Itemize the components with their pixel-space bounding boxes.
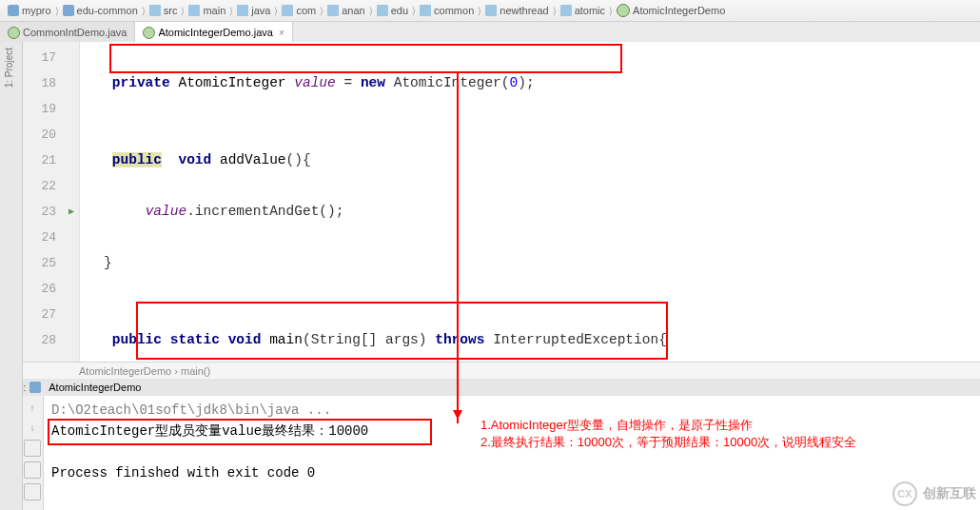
soft-wrap-button[interactable] [24, 440, 41, 457]
close-icon[interactable]: × [279, 28, 284, 38]
code-editor[interactable]: 17 18 19 20 21 22 23 24 25 26 27 28 priv… [22, 42, 980, 362]
line-no: 28 [22, 327, 79, 353]
line-no: 27 [22, 302, 79, 327]
run-toolwindow: ▶ ■ ⧉ ✕ ↑ ↓ D:\O2teach\01soft\jdk8\bin\j… [0, 396, 980, 510]
bc-item-newthread[interactable]: newthread [483, 5, 550, 16]
watermark-text: 创新互联 [923, 485, 976, 502]
class-icon [8, 27, 20, 39]
module-icon [8, 5, 19, 16]
tab-commonintdemo[interactable]: CommonIntDemo.java [0, 22, 135, 43]
run-config-name[interactable]: AtomicIntegerDemo [49, 382, 141, 393]
breadcrumb: mypro edu-common src main java com anan … [0, 0, 980, 22]
run-toolbar-secondary: ↑ ↓ [22, 396, 44, 510]
bc-item-java[interactable]: java [235, 5, 272, 16]
line-no: 20 [22, 122, 79, 147]
annotation-note-1: 1.AtomicInteger型变量，自增操作，是原子性操作 [480, 417, 753, 434]
module-icon [63, 5, 74, 16]
bc-item-com[interactable]: com [280, 5, 318, 16]
run-gutter-icon[interactable]: 23 [22, 199, 79, 225]
folder-icon [420, 5, 431, 16]
bc-item-class[interactable]: AtomicIntegerDemo [615, 4, 727, 17]
bc-item-common[interactable]: common [418, 5, 476, 16]
run-toolwindow-header: Run: AtomicIntegerDemo [0, 379, 980, 397]
bc-item-src[interactable]: src [147, 5, 180, 16]
up-button[interactable]: ↑ [25, 400, 40, 415]
bc-item-atomic[interactable]: atomic [559, 5, 607, 16]
line-no: 25 [22, 250, 79, 276]
folder-icon [237, 5, 248, 16]
watermark-logo-icon: CX [892, 481, 917, 506]
bc-item-mypro[interactable]: mypro [6, 5, 53, 16]
console-line-result: AtomicInteger型成员变量value最终结果：10000 [51, 423, 368, 439]
class-icon [143, 27, 155, 39]
editor-context-breadcrumb: AtomicIntegerDemo › main() [22, 362, 980, 381]
tab-atomicintegerdemo[interactable]: AtomicIntegerDemo.java × [135, 22, 292, 43]
line-no: 17 [22, 45, 79, 70]
bc-item-edu[interactable]: edu [375, 5, 410, 16]
scroll-end-button[interactable] [24, 461, 41, 479]
folder-icon [560, 5, 572, 16]
editor-tabs: CommonIntDemo.java AtomicIntegerDemo.jav… [0, 22, 980, 44]
console-output[interactable]: D:\O2teach\01soft\jdk8\bin\java ... Atom… [44, 396, 980, 510]
line-no: 19 [22, 96, 79, 122]
print-button[interactable] [24, 483, 41, 500]
class-icon [617, 4, 630, 17]
project-tool[interactable]: 1: Project [4, 48, 14, 88]
line-no: 21 [22, 147, 79, 173]
run-config-icon [29, 382, 41, 393]
annotation-note-2: 2.最终执行结果：10000次，等于预期结果：10000次，说明线程安全 [480, 434, 856, 451]
bc-item-main[interactable]: main [186, 5, 227, 16]
console-line-exit: Process finished with exit code 0 [51, 462, 972, 483]
left-tool-strip: 1: Project [0, 42, 23, 510]
line-no: 26 [22, 276, 79, 302]
folder-icon [485, 5, 497, 16]
bc-item-anan[interactable]: anan [325, 5, 366, 16]
folder-icon [282, 5, 293, 16]
code-body[interactable]: private AtomicInteger value = new Atomic… [79, 42, 980, 362]
folder-icon [149, 5, 161, 16]
folder-icon [188, 5, 200, 16]
folder-icon [377, 5, 388, 16]
line-no: 18 [22, 70, 79, 96]
line-gutter: 17 18 19 20 21 22 23 24 25 26 27 28 [22, 42, 80, 362]
folder-icon [327, 5, 339, 16]
line-no: 22 [22, 173, 79, 199]
watermark: CX 创新互联 [892, 481, 976, 506]
bc-item-edu-common[interactable]: edu-common [61, 5, 140, 16]
line-no: 24 [22, 225, 79, 250]
down-button[interactable]: ↓ [25, 420, 40, 435]
